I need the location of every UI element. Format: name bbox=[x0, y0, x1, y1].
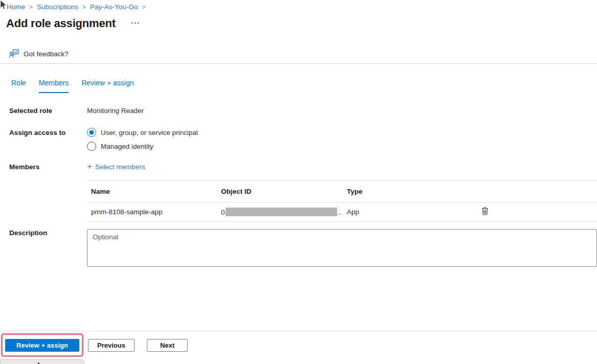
got-feedback-label: Got feedback? bbox=[24, 50, 69, 58]
previous-button[interactable]: Previous bbox=[88, 339, 135, 352]
add-role-assignment-page: Home > Subscriptions > Pay-As-You-Go > A… bbox=[0, 0, 597, 364]
member-type-cell: App bbox=[347, 208, 475, 216]
member-name-cell: pmm-8108-sample-app bbox=[87, 208, 221, 216]
member-actions-cell bbox=[475, 206, 495, 218]
member-object-id-cell: 0.. bbox=[221, 208, 347, 216]
trash-icon bbox=[481, 207, 489, 215]
selected-role-value: Monitoring Reader bbox=[87, 107, 144, 115]
tab-bar: Role Members Review + assign bbox=[11, 79, 146, 93]
select-members-link[interactable]: + Select members bbox=[87, 163, 145, 171]
breadcrumb-subscriptions[interactable]: Subscriptions bbox=[37, 3, 78, 11]
footer-divider bbox=[0, 331, 597, 331]
command-bar-divider bbox=[0, 63, 597, 64]
object-id-prefix: 0 bbox=[221, 209, 225, 216]
assign-access-to-label: Assign access to bbox=[9, 129, 65, 136]
more-options-button[interactable]: ··· bbox=[131, 18, 140, 27]
got-feedback-button[interactable]: Got feedback? bbox=[9, 49, 69, 59]
assign-access-to-radio-group: User, group, or service principal Manage… bbox=[87, 128, 198, 155]
radio-unselected-icon[interactable] bbox=[87, 142, 96, 151]
tab-members[interactable]: Members bbox=[39, 79, 69, 93]
select-members-label: Select members bbox=[95, 163, 145, 171]
table-row: pmm-8108-sample-app 0.. App bbox=[87, 202, 597, 222]
members-table: Name Object ID Type pmm-8108-sample-app … bbox=[87, 180, 597, 222]
column-header-type: Type bbox=[347, 188, 475, 195]
delete-member-button[interactable] bbox=[480, 206, 490, 218]
selected-role-label: Selected role bbox=[9, 107, 52, 115]
description-label: Description bbox=[9, 229, 47, 237]
breadcrumb-separator: > bbox=[29, 4, 33, 11]
breadcrumb: Home > Subscriptions > Pay-As-You-Go > bbox=[7, 3, 149, 11]
breadcrumb-separator: > bbox=[82, 4, 86, 11]
breadcrumb-home[interactable]: Home bbox=[7, 3, 25, 11]
tab-role[interactable]: Role bbox=[11, 79, 26, 93]
review-assign-button[interactable]: Review + assign bbox=[5, 339, 79, 352]
bottom-tooltip-fragment bbox=[0, 359, 84, 364]
page-title: Add role assignment bbox=[6, 17, 116, 30]
column-header-object-id: Object ID bbox=[221, 188, 347, 195]
object-id-suffix: .. bbox=[338, 209, 342, 216]
radio-option-managed-identity[interactable]: Managed identity bbox=[87, 142, 198, 151]
description-textarea[interactable] bbox=[87, 229, 597, 267]
breadcrumb-pay-as-you-go[interactable]: Pay-As-You-Go bbox=[90, 3, 138, 11]
members-label: Members bbox=[9, 163, 39, 171]
radio-option-user-group-service-principal[interactable]: User, group, or service principal bbox=[87, 128, 198, 137]
plus-icon: + bbox=[87, 163, 92, 171]
feedback-icon bbox=[9, 49, 19, 59]
object-id-redaction-box bbox=[226, 208, 337, 216]
table-header-row: Name Object ID Type bbox=[87, 180, 597, 202]
radio-option-label: Managed identity bbox=[101, 143, 153, 150]
radio-selected-icon[interactable] bbox=[87, 128, 96, 137]
radio-option-label: User, group, or service principal bbox=[101, 129, 198, 136]
column-header-name: Name bbox=[87, 188, 221, 195]
breadcrumb-separator: > bbox=[142, 4, 145, 11]
tab-review-assign[interactable]: Review + assign bbox=[81, 79, 134, 93]
next-button[interactable]: Next bbox=[147, 339, 188, 352]
